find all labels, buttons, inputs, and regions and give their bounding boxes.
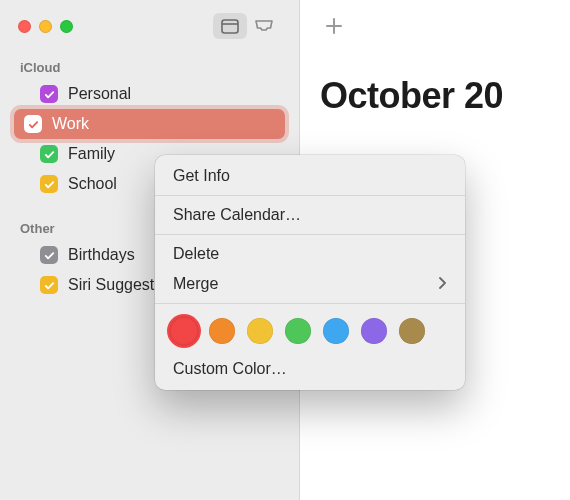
close-window-button[interactable]	[18, 20, 31, 33]
calendar-label: Work	[52, 115, 89, 133]
minimize-window-button[interactable]	[39, 20, 52, 33]
color-swatch-purple[interactable]	[361, 318, 387, 344]
menu-label: Get Info	[173, 167, 230, 185]
inbox-icon	[254, 18, 274, 34]
menu-label: Merge	[173, 275, 218, 293]
checkbox-school[interactable]	[40, 175, 58, 193]
menu-share-calendar[interactable]: Share Calendar…	[155, 200, 465, 230]
checkbox-work[interactable]	[24, 115, 42, 133]
menu-separator	[155, 195, 465, 196]
section-header-icloud: iCloud	[0, 52, 299, 79]
calendar-icon	[221, 18, 239, 34]
menu-delete[interactable]: Delete	[155, 239, 465, 269]
sidebar-toolbar	[213, 13, 281, 39]
calendar-label: School	[68, 175, 117, 193]
calendar-label: Birthdays	[68, 246, 135, 264]
menu-label: Share Calendar…	[173, 206, 301, 224]
menu-get-info[interactable]: Get Info	[155, 161, 465, 191]
checkbox-family[interactable]	[40, 145, 58, 163]
menu-color-row	[155, 308, 465, 354]
menu-separator	[155, 303, 465, 304]
maximize-window-button[interactable]	[60, 20, 73, 33]
color-swatch-green[interactable]	[285, 318, 311, 344]
menu-label: Custom Color…	[173, 360, 287, 378]
main-toolbar	[300, 0, 570, 52]
color-swatch-blue[interactable]	[323, 318, 349, 344]
context-menu: Get Info Share Calendar… Delete Merge Cu…	[155, 155, 465, 390]
color-swatch-orange[interactable]	[209, 318, 235, 344]
month-title: October 20	[320, 75, 503, 117]
plus-icon	[324, 16, 344, 36]
add-event-button[interactable]	[318, 12, 350, 40]
calendar-label: Personal	[68, 85, 131, 103]
color-swatch-brown[interactable]	[399, 318, 425, 344]
menu-label: Delete	[173, 245, 219, 263]
menu-separator	[155, 234, 465, 235]
calendar-toggle-button[interactable]	[213, 13, 247, 39]
menu-merge[interactable]: Merge	[155, 269, 465, 299]
calendar-item-personal[interactable]: Personal	[6, 80, 293, 108]
calendar-label: Family	[68, 145, 115, 163]
svg-rect-0	[222, 20, 238, 33]
color-swatch-yellow[interactable]	[247, 318, 273, 344]
color-swatch-red[interactable]	[171, 318, 197, 344]
titlebar	[0, 0, 299, 52]
checkbox-siri[interactable]	[40, 276, 58, 294]
calendar-item-work[interactable]: Work	[14, 109, 285, 139]
chevron-right-icon	[438, 275, 447, 293]
inbox-button[interactable]	[247, 13, 281, 39]
menu-custom-color[interactable]: Custom Color…	[155, 354, 465, 384]
checkbox-birthdays[interactable]	[40, 246, 58, 264]
checkbox-personal[interactable]	[40, 85, 58, 103]
